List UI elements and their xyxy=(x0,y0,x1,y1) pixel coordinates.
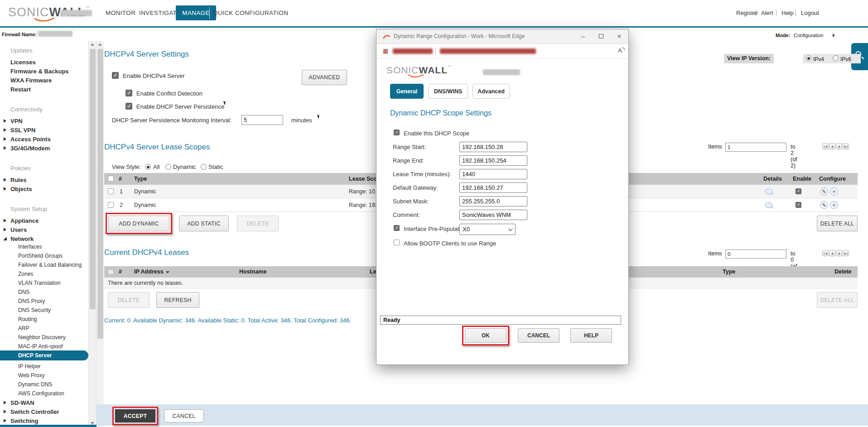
sidebar-scrollbar[interactable] xyxy=(88,41,96,427)
scopes-items-input[interactable] xyxy=(725,143,786,152)
sidebar-item-dhcp-server-selected[interactable]: DHCP Server xyxy=(0,350,88,360)
sidebar-item-access-points[interactable]: Access Points xyxy=(10,136,51,143)
link-help[interactable]: Help xyxy=(781,10,794,16)
sidebar-item-switching[interactable]: Switching xyxy=(10,417,38,424)
sidebar-item-3g4g-modem[interactable]: 3G/4G/Modem xyxy=(10,145,50,152)
sidebar-item-mac-ip-anti-spoof[interactable]: MAC-IP Anti-spoof xyxy=(18,343,63,350)
delete-row-icon[interactable]: × xyxy=(830,201,838,209)
link-register[interactable]: Register xyxy=(736,10,758,16)
sidebar-item-portshield-groups[interactable]: PortShield Groups xyxy=(18,253,63,259)
lease-time-input[interactable] xyxy=(459,169,527,179)
sidebar-item-web-proxy[interactable]: Web Proxy xyxy=(18,372,44,379)
sidebar-item-failover-load-balancing[interactable]: Failover & Load Balancing xyxy=(18,262,82,268)
sidebar-item-routing[interactable]: Routing xyxy=(18,316,37,322)
dialog-address-bar[interactable]: ▦ A xyxy=(376,44,628,59)
col-ip-address[interactable]: IP Address xyxy=(134,269,169,275)
scroll-up-icon[interactable] xyxy=(91,43,94,46)
certificate-error-icon[interactable]: ▦ xyxy=(383,48,388,54)
sidebar-item-arp[interactable]: ARP xyxy=(18,325,29,331)
enable-dhcpv4-server-checkbox[interactable] xyxy=(112,72,119,79)
dialog-title-bar[interactable]: Dynamic Range Configuration - Work - Mic… xyxy=(376,29,628,44)
nav-investigate[interactable]: INVESTIGATE xyxy=(139,10,181,16)
row-checkbox[interactable] xyxy=(108,202,114,208)
scroll-up-icon[interactable] xyxy=(98,43,102,46)
ok-button[interactable]: OK xyxy=(465,328,506,343)
next-page-button[interactable] xyxy=(836,143,842,149)
range-start-input[interactable] xyxy=(459,142,527,152)
delete-row-icon[interactable]: × xyxy=(830,187,838,196)
prev-page-button[interactable] xyxy=(829,143,835,149)
sidebar-scroll-thumb[interactable] xyxy=(90,49,96,309)
default-gateway-input[interactable] xyxy=(459,182,527,193)
mode-value[interactable]: Configuration xyxy=(794,33,823,38)
delete-all-button[interactable]: DELETE ALL xyxy=(817,216,858,231)
row-checkbox[interactable] xyxy=(108,188,114,194)
sidebar-item-neighbor-discovery[interactable]: Neighbor Discovery xyxy=(18,334,66,341)
sidebar-item-dns[interactable]: DNS xyxy=(18,289,29,295)
leases-delete-all-button[interactable]: DELETE ALL xyxy=(817,292,858,308)
last-page-button[interactable] xyxy=(843,143,849,149)
sidebar-item-dynamic-dns[interactable]: Dynamic DNS xyxy=(18,381,52,388)
delete-button[interactable]: DELETE xyxy=(237,216,279,231)
sidebar-item-restart[interactable]: Restart xyxy=(10,86,31,93)
refresh-button[interactable]: REFRESH xyxy=(156,292,199,308)
enable-conflict-detection-checkbox[interactable] xyxy=(125,90,132,96)
sidebar-item-ip-helper[interactable]: IP Helper xyxy=(18,363,41,369)
sidebar-item-zones[interactable]: Zones xyxy=(18,271,33,277)
tab-dns-wins[interactable]: DNS/WINS xyxy=(428,84,468,99)
enable-dhcp-persistence-checkbox[interactable] xyxy=(125,103,132,110)
select-all-checkbox[interactable] xyxy=(108,176,114,182)
range-end-input[interactable] xyxy=(459,155,527,166)
mode-expand-icon[interactable] xyxy=(833,34,835,37)
nav-manage[interactable]: MANAGE xyxy=(176,5,216,20)
interface-pre-populate-checkbox[interactable] xyxy=(394,225,400,231)
sidebar-item-interfaces[interactable]: Interfaces xyxy=(18,244,42,250)
link-alert[interactable]: Alert xyxy=(761,10,773,16)
first-page-button[interactable] xyxy=(822,250,829,256)
accept-button[interactable]: ACCEPT xyxy=(115,409,155,422)
nav-monitor[interactable]: MONITOR xyxy=(106,10,135,16)
sidebar-item-wxa-firmware[interactable]: WXA Firmware xyxy=(10,77,52,84)
view-style-static-radio[interactable] xyxy=(201,164,207,170)
maximize-icon[interactable] xyxy=(592,29,610,43)
sidebar-item-vpn[interactable]: VPN xyxy=(10,118,23,125)
sidebar-item-dns-proxy[interactable]: DNS Proxy xyxy=(18,298,45,304)
close-icon[interactable]: × xyxy=(610,29,628,43)
enable-scope-checkbox[interactable] xyxy=(394,130,400,135)
sidebar-item-switch-controller[interactable]: Switch Controller xyxy=(10,408,59,415)
sidebar-item-objects[interactable]: Objects xyxy=(10,186,32,192)
sidebar-item-firmware-backups[interactable]: Firmware & Backups xyxy=(10,68,69,75)
dialog-cancel-button[interactable]: CANCEL xyxy=(518,328,559,343)
first-page-button[interactable] xyxy=(822,143,829,149)
sidebar-item-users[interactable]: Users xyxy=(10,226,27,233)
next-page-button[interactable] xyxy=(836,250,842,256)
advanced-button[interactable]: ADVANCED xyxy=(302,70,347,85)
sidebar-item-ssl-vpn[interactable]: SSL VPN xyxy=(10,127,35,134)
nav-quick-configuration[interactable]: QUICK CONFIGURATION xyxy=(213,10,288,16)
sidebar-item-network[interactable]: Network xyxy=(10,235,34,242)
interface-select[interactable]: X0 xyxy=(459,224,516,235)
view-style-all-radio[interactable] xyxy=(145,164,151,170)
view-style-dynamic-radio[interactable] xyxy=(165,164,171,170)
add-static-button[interactable]: ADD STATIC xyxy=(179,216,229,231)
select-all-checkbox[interactable] xyxy=(108,269,114,275)
sidebar-item-licenses[interactable]: Licenses xyxy=(10,59,36,66)
sidebar-item-sd-wan[interactable]: SD-WAN xyxy=(10,399,34,406)
comment-input[interactable] xyxy=(459,210,527,220)
add-dynamic-button[interactable]: ADD DYNAMIC xyxy=(108,216,169,231)
details-bubble-icon[interactable] xyxy=(765,188,774,197)
edit-icon[interactable]: ✎ xyxy=(820,201,828,209)
leases-delete-button[interactable]: DELETE xyxy=(108,292,149,308)
content-scrollbar[interactable] xyxy=(96,41,104,427)
subnet-mask-input[interactable] xyxy=(459,196,527,206)
allow-bootp-checkbox[interactable] xyxy=(394,240,400,245)
details-bubble-icon[interactable] xyxy=(765,202,774,211)
tab-general[interactable]: General xyxy=(390,84,424,99)
link-logout[interactable]: Logout xyxy=(801,10,819,16)
help-button[interactable]: HELP xyxy=(570,328,612,343)
read-aloud-icon[interactable]: A xyxy=(618,47,622,54)
sidebar-item-appliance[interactable]: Appliance xyxy=(10,217,39,224)
edit-icon[interactable]: ✎ xyxy=(820,187,828,196)
tab-advanced[interactable]: Advanced xyxy=(473,84,510,99)
minimize-icon[interactable]: – xyxy=(574,29,592,43)
